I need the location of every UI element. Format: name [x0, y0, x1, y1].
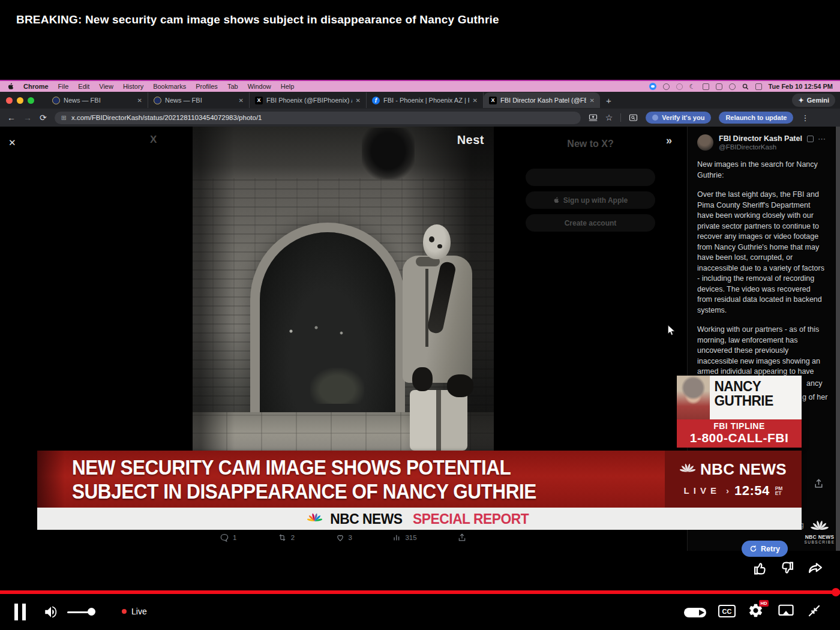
live-arrow: ›: [726, 485, 729, 496]
back-icon[interactable]: ←: [7, 113, 16, 122]
avatar[interactable]: [697, 134, 713, 151]
collapse-panel-icon[interactable]: »: [666, 134, 672, 147]
menu-chrome[interactable]: Chrome: [23, 83, 49, 90]
nbc-peacock-white-icon: [811, 520, 829, 534]
tweet-paragraph-3: Working with our partners - as of this m…: [697, 325, 826, 377]
menu-window[interactable]: Window: [248, 83, 271, 90]
dislike-button[interactable]: [778, 560, 796, 578]
shrub-silhouette: [310, 368, 364, 404]
tab-close-icon[interactable]: ✕: [356, 97, 361, 104]
signup-apple-button[interactable]: Sign up with Apple: [526, 191, 655, 209]
bookmark-star-icon[interactable]: ☆: [605, 113, 613, 122]
settings-button[interactable]: HD: [748, 602, 766, 620]
tab-fbi-phoenix-facebook[interactable]: f FBI - Phoenix | Phoenix AZ | F ✕: [367, 92, 484, 108]
save-to-device-icon[interactable]: [589, 114, 598, 122]
like-tweet-button[interactable]: 3: [335, 533, 352, 542]
window-minimize-button[interactable]: [17, 97, 23, 104]
window-close-button[interactable]: [6, 97, 13, 104]
heart-icon: [335, 533, 345, 542]
reply-button[interactable]: 1: [220, 533, 236, 542]
repost-button[interactable]: 2: [277, 533, 295, 542]
progress-bar[interactable]: [0, 590, 840, 594]
menu-file[interactable]: File: [58, 83, 69, 90]
screen-recording-frame: Chrome File Edit View History Bookmarks …: [0, 80, 840, 551]
cast-icon[interactable]: [778, 604, 794, 617]
security-cam-image[interactable]: Nest: [193, 127, 494, 451]
signup-panel-dimmed: New to X? Sign up with Apple Create acco…: [494, 127, 687, 451]
author-name[interactable]: FBI Director Kash Patel: [719, 134, 802, 143]
create-account-button[interactable]: Create account: [526, 214, 655, 232]
masked-subject: [392, 224, 483, 451]
apple-menu-icon[interactable]: [7, 83, 14, 91]
focus-moon-icon[interactable]: ☾: [689, 83, 696, 90]
tweet-more-icon[interactable]: ⋯: [818, 134, 826, 143]
menubar-clock[interactable]: Tue Feb 10 12:54 PM: [769, 83, 833, 90]
tab-close-icon[interactable]: ✕: [590, 97, 595, 104]
verify-button[interactable]: Verify it's you: [646, 112, 711, 124]
new-tab-button[interactable]: +: [606, 95, 611, 106]
tab-kash-patel-active[interactable]: X FBI Director Kash Patel (@FBI ✕: [484, 92, 600, 108]
volume-knob[interactable]: [88, 608, 95, 616]
menu-bookmarks[interactable]: Bookmarks: [153, 83, 186, 90]
signup-google-button[interactable]: [526, 169, 655, 186]
nbc-banner: NEW SECURITY CAM IMAGE SHOWS POTENTIAL S…: [37, 451, 802, 508]
forward-icon[interactable]: →: [23, 113, 32, 122]
x-favicon: X: [255, 97, 263, 104]
search-tabs-icon[interactable]: [629, 114, 638, 122]
volume-icon[interactable]: [43, 604, 59, 620]
tab-fbi-phoenix-x[interactable]: X FBI Phoenix (@FBIPhoenix) / ✕: [250, 92, 367, 108]
distant-lights: [284, 322, 356, 340]
chrome-menu-icon[interactable]: ⋮: [801, 113, 809, 122]
tab-close-icon[interactable]: ✕: [239, 97, 244, 104]
share-tweet-icon[interactable]: [814, 478, 824, 489]
captions-button[interactable]: CC: [718, 605, 736, 617]
share-video-button[interactable]: [806, 560, 824, 578]
autoplay-toggle[interactable]: [684, 608, 706, 617]
menu-profiles[interactable]: Profiles: [196, 83, 218, 90]
menu-view[interactable]: View: [99, 83, 113, 90]
spotlight-search-icon[interactable]: [742, 83, 749, 90]
game-controller-icon[interactable]: [676, 83, 683, 90]
menu-tab[interactable]: Tab: [227, 83, 238, 90]
tab-news-fbi-2[interactable]: News — FBI ✕: [148, 92, 250, 108]
video-player: BREAKING: New security cam image shows s…: [0, 0, 840, 630]
share-icon: [457, 532, 467, 542]
like-button[interactable]: [752, 560, 770, 578]
views-button[interactable]: 315: [392, 533, 416, 542]
site-settings-icon[interactable]: ⊞: [61, 114, 67, 122]
scrollbar[interactable]: [836, 127, 840, 551]
address-bar[interactable]: ⊞ x.com/FBIDirectorKash/status/202128110…: [55, 112, 581, 124]
menu-history[interactable]: History: [123, 83, 143, 90]
tab-close-icon[interactable]: ✕: [137, 97, 142, 104]
reload-icon[interactable]: ⟳: [40, 113, 47, 122]
progress-knob[interactable]: [832, 588, 840, 596]
gemini-button[interactable]: ✦ Gemini: [792, 94, 835, 107]
miniplayer-icon[interactable]: [806, 603, 822, 619]
tab-news-fbi-1[interactable]: News — FBI ✕: [47, 92, 148, 108]
gloved-hand: [412, 367, 433, 391]
window-zoom-button[interactable]: [28, 97, 34, 104]
retry-button[interactable]: Retry: [742, 541, 788, 557]
macos-menubar: Chrome File Edit View History Bookmarks …: [0, 81, 840, 92]
zoom-app-icon[interactable]: [649, 83, 656, 90]
close-icon[interactable]: ✕: [8, 137, 16, 148]
chrome-tabbar: News — FBI ✕ News — FBI ✕ X FBI Phoenix …: [0, 92, 840, 109]
new-to-x-title: New to X?: [494, 139, 687, 149]
relaunch-button[interactable]: Relaunch to update: [719, 112, 793, 124]
keyboard-icon[interactable]: [703, 83, 709, 90]
banner-brand-text: NBC NEWS: [700, 460, 787, 479]
user-account-icon[interactable]: [729, 83, 736, 90]
tab-close-icon[interactable]: ✕: [473, 97, 478, 104]
video-headline: BREAKING: New security cam image shows s…: [16, 13, 499, 26]
share-button[interactable]: [457, 532, 467, 542]
guthrie-name-plate: NANCY GUTHRIE: [677, 376, 802, 419]
pause-button[interactable]: [14, 604, 28, 620]
stage-manager-icon[interactable]: [716, 83, 722, 90]
control-center-icon[interactable]: [755, 83, 762, 90]
screen-recording-icon[interactable]: [663, 83, 670, 90]
profile-dot-icon: [652, 115, 658, 121]
live-indicator[interactable]: Live: [122, 607, 147, 616]
menu-edit[interactable]: Edit: [78, 83, 89, 90]
nbc-peacock-color-icon: [307, 512, 322, 525]
menu-help[interactable]: Help: [281, 83, 295, 90]
